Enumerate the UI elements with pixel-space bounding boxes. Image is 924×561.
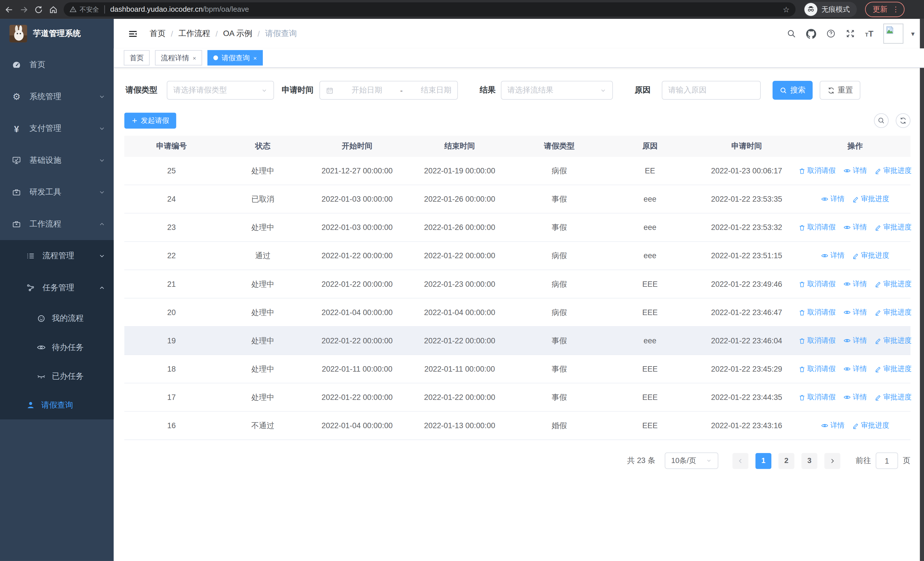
- approval-progress-link[interactable]: 审批进度: [874, 223, 912, 233]
- user-icon: [26, 400, 35, 410]
- sidebar-item-infrastructure[interactable]: 基础设施: [0, 144, 114, 176]
- detail-link[interactable]: 详情: [821, 251, 844, 261]
- table-row[interactable]: 23 处理中 2022-01-03 00:00:00 2022-01-26 00…: [124, 214, 910, 242]
- cancel-leave-link[interactable]: 取消请假: [798, 364, 836, 374]
- table-toolbar: 发起请假: [124, 113, 910, 129]
- avatar[interactable]: [884, 24, 903, 44]
- page-number-1[interactable]: 1: [755, 453, 771, 469]
- sidebar-item-system[interactable]: ⚙ 系统管理: [0, 81, 114, 113]
- approval-progress-link[interactable]: 审批进度: [874, 392, 912, 402]
- detail-link[interactable]: 详情: [821, 194, 844, 204]
- leave-type-select[interactable]: 请选择请假类型: [166, 81, 274, 100]
- address-bar[interactable]: 不安全 dashboard.yudao.iocoder.cn/bpm/oa/le…: [64, 2, 796, 17]
- detail-link[interactable]: 详情: [843, 223, 867, 233]
- help-icon[interactable]: [826, 29, 836, 38]
- sidebar-item-process-mgmt[interactable]: 流程管理: [0, 240, 114, 272]
- cancel-leave-link[interactable]: 取消请假: [798, 279, 836, 289]
- browser-menu-icon[interactable]: ⋮: [892, 5, 899, 14]
- sidebar-item-devtools[interactable]: 研发工具: [0, 176, 114, 208]
- sidebar-collapse-icon[interactable]: [128, 29, 138, 39]
- result-select[interactable]: 请选择流结果: [501, 81, 613, 100]
- table-row[interactable]: 16 不通过 2022-01-04 00:00:00 2022-01-13 00…: [124, 412, 910, 440]
- sidebar-item-task-mgmt[interactable]: 任务管理: [0, 272, 114, 304]
- breadcrumb-item[interactable]: 首页: [150, 28, 166, 39]
- avatar-caret-icon[interactable]: ▼: [910, 30, 916, 37]
- tab-process-detail[interactable]: 流程详情 ×: [155, 50, 202, 66]
- approval-progress-link[interactable]: 审批进度: [874, 364, 912, 374]
- approval-progress-link[interactable]: 审批进度: [874, 335, 912, 346]
- approval-progress-link[interactable]: 审批进度: [874, 307, 912, 317]
- create-leave-button[interactable]: 发起请假: [124, 113, 176, 129]
- browser-home-icon[interactable]: [49, 5, 58, 14]
- goto-page-input[interactable]: 1: [876, 453, 898, 469]
- reset-button[interactable]: 重置: [819, 81, 860, 100]
- cancel-leave-link[interactable]: 取消请假: [798, 307, 836, 317]
- page-size-select[interactable]: 10条/页: [664, 453, 718, 469]
- apply-time-range-picker[interactable]: 开始日期 - 结束日期: [320, 81, 458, 100]
- table-row[interactable]: 21 处理中 2022-01-22 00:00:00 2022-01-23 00…: [124, 270, 910, 298]
- detail-link[interactable]: 详情: [843, 335, 867, 346]
- table-row[interactable]: 19 处理中 2022-01-22 00:00:00 2022-01-22 00…: [124, 327, 910, 355]
- cancel-leave-link[interactable]: 取消请假: [798, 165, 836, 176]
- detail-link[interactable]: 详情: [843, 165, 867, 176]
- browser-update-button[interactable]: 更新 ⋮: [865, 2, 904, 17]
- browser-back-icon[interactable]: [5, 5, 14, 14]
- page-number-2[interactable]: 2: [778, 453, 795, 469]
- update-label: 更新: [873, 4, 888, 14]
- breadcrumb-item[interactable]: 工作流程: [178, 28, 210, 39]
- next-page-button[interactable]: [824, 453, 840, 469]
- sidebar-item-home[interactable]: 首页: [0, 49, 114, 81]
- eye-icon: [843, 337, 851, 344]
- detail-link[interactable]: 详情: [843, 307, 867, 317]
- detail-link[interactable]: 详情: [843, 392, 867, 402]
- table-row[interactable]: 25 处理中 2021-12-27 00:00:00 2022-01-19 00…: [124, 157, 910, 185]
- tab-leave-query[interactable]: 请假查询 ×: [207, 50, 263, 66]
- breadcrumb: 首页 / 工作流程 / OA 示例 / 请假查询: [150, 28, 297, 39]
- table-row[interactable]: 24 已取消 2022-01-03 00:00:00 2022-01-26 00…: [124, 185, 910, 214]
- font-size-icon[interactable]: TT: [865, 28, 873, 39]
- browser-reload-icon[interactable]: [34, 5, 43, 14]
- approval-progress-link[interactable]: 审批进度: [852, 420, 889, 430]
- incognito-icon: [804, 3, 817, 16]
- sidebar-item-payment[interactable]: ¥ 支付管理: [0, 113, 114, 144]
- detail-link[interactable]: 详情: [821, 420, 844, 430]
- breadcrumb-item[interactable]: OA 示例: [223, 28, 252, 39]
- sidebar-item-leave-query[interactable]: 请假查询: [0, 391, 114, 419]
- browser-forward-icon[interactable]: [20, 5, 28, 14]
- page-number-3[interactable]: 3: [801, 453, 817, 469]
- cancel-leave-link[interactable]: 取消请假: [798, 335, 836, 346]
- approval-progress-link[interactable]: 审批进度: [874, 279, 912, 289]
- close-icon[interactable]: ×: [193, 54, 196, 61]
- bookmark-star-icon[interactable]: ☆: [783, 5, 790, 14]
- reason-input[interactable]: 请输入原因: [662, 81, 761, 100]
- table-refresh-button[interactable]: [896, 113, 910, 128]
- search-icon[interactable]: [787, 29, 796, 38]
- cancel-leave-link[interactable]: 取消请假: [798, 223, 836, 233]
- approval-progress-link[interactable]: 审批进度: [852, 194, 889, 204]
- sidebar-item-workflow[interactable]: 工作流程: [0, 208, 114, 240]
- cancel-leave-label: 取消请假: [807, 223, 836, 233]
- approval-progress-link[interactable]: 审批进度: [874, 165, 912, 176]
- fullscreen-icon[interactable]: [846, 29, 855, 38]
- approval-progress-link[interactable]: 审批进度: [852, 251, 889, 261]
- detail-link[interactable]: 详情: [843, 364, 867, 374]
- sidebar-item-todo-tasks[interactable]: 待办任务: [0, 333, 114, 362]
- sidebar-item-my-process[interactable]: 我的流程: [0, 304, 114, 333]
- tab-home[interactable]: 首页: [124, 50, 150, 66]
- start-date-placeholder: 开始日期: [352, 85, 382, 95]
- table-row[interactable]: 18 处理中 2022-01-11 00:00:00 2022-01-11 00…: [124, 355, 910, 384]
- cell-apply-time: 2022-01-22 23:46:47: [694, 308, 800, 317]
- scrollbar[interactable]: [920, 19, 924, 561]
- sidebar-item-label: 我的流程: [52, 313, 84, 323]
- sidebar-item-done-tasks[interactable]: 已办任务: [0, 362, 114, 391]
- table-search-toggle-button[interactable]: [874, 113, 889, 128]
- detail-link[interactable]: 详情: [843, 279, 867, 289]
- table-row[interactable]: 17 处理中 2022-01-22 00:00:00 2022-01-22 00…: [124, 384, 910, 412]
- table-row[interactable]: 22 通过 2022-01-22 00:00:00 2022-01-22 00:…: [124, 242, 910, 270]
- search-button[interactable]: 搜索: [772, 81, 812, 100]
- prev-page-button[interactable]: [732, 453, 748, 469]
- close-icon[interactable]: ×: [254, 54, 257, 61]
- github-icon[interactable]: [806, 29, 816, 39]
- table-row[interactable]: 20 处理中 2022-01-04 00:00:00 2022-01-04 00…: [124, 298, 910, 327]
- cancel-leave-link[interactable]: 取消请假: [798, 392, 836, 402]
